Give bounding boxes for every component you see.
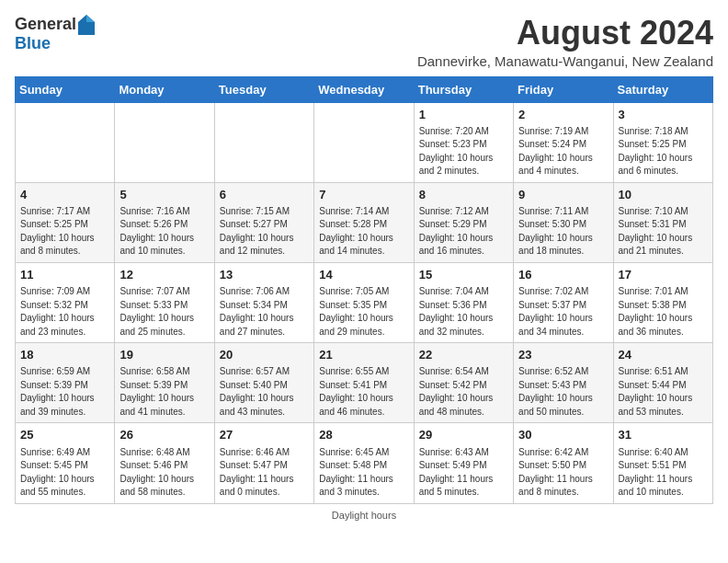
day-number: 21	[319, 347, 408, 363]
calendar-day-cell: 6Sunrise: 7:15 AM Sunset: 5:27 PM Daylig…	[214, 182, 313, 262]
day-number: 23	[518, 347, 608, 363]
calendar-day-cell: 8Sunrise: 7:12 AM Sunset: 5:29 PM Daylig…	[414, 182, 513, 262]
calendar-day-cell: 10Sunrise: 7:10 AM Sunset: 5:31 PM Dayli…	[613, 182, 712, 262]
day-info: Sunrise: 7:11 AM Sunset: 5:30 PM Dayligh…	[518, 205, 608, 259]
calendar-day-cell: 21Sunrise: 6:55 AM Sunset: 5:41 PM Dayli…	[314, 343, 414, 423]
calendar-day-cell: 26Sunrise: 6:48 AM Sunset: 5:46 PM Dayli…	[115, 423, 214, 503]
calendar-day-cell: 11Sunrise: 7:09 AM Sunset: 5:32 PM Dayli…	[16, 262, 115, 342]
day-info: Sunrise: 6:54 AM Sunset: 5:42 PM Dayligh…	[419, 365, 508, 419]
calendar-day-cell: 27Sunrise: 6:46 AM Sunset: 5:47 PM Dayli…	[214, 423, 313, 503]
calendar-day-cell: 23Sunrise: 6:52 AM Sunset: 5:43 PM Dayli…	[514, 343, 613, 423]
day-number: 18	[20, 347, 109, 363]
day-info: Sunrise: 7:15 AM Sunset: 5:27 PM Dayligh…	[220, 205, 309, 259]
footer-note: Daylight hours	[15, 510, 713, 521]
calendar-day-cell: 2Sunrise: 7:19 AM Sunset: 5:24 PM Daylig…	[514, 102, 613, 182]
day-number: 19	[119, 347, 209, 363]
day-number: 6	[220, 187, 309, 203]
day-info: Sunrise: 7:10 AM Sunset: 5:31 PM Dayligh…	[619, 205, 708, 259]
calendar-table: SundayMondayTuesdayWednesdayThursdayFrid…	[15, 76, 713, 504]
day-info: Sunrise: 6:59 AM Sunset: 5:39 PM Dayligh…	[20, 365, 109, 419]
daylight-label: Daylight hours	[332, 510, 396, 521]
calendar-day-cell: 20Sunrise: 6:57 AM Sunset: 5:40 PM Dayli…	[214, 343, 313, 423]
day-info: Sunrise: 6:58 AM Sunset: 5:39 PM Dayligh…	[119, 365, 209, 419]
calendar-week-row: 25Sunrise: 6:49 AM Sunset: 5:45 PM Dayli…	[16, 423, 713, 503]
day-info: Sunrise: 7:06 AM Sunset: 5:34 PM Dayligh…	[220, 285, 309, 339]
day-info: Sunrise: 6:40 AM Sunset: 5:51 PM Dayligh…	[619, 446, 708, 500]
day-number: 14	[319, 267, 408, 283]
day-number: 22	[419, 347, 508, 363]
calendar-weekday-header: Tuesday	[214, 76, 313, 102]
calendar-day-cell: 19Sunrise: 6:58 AM Sunset: 5:39 PM Dayli…	[115, 343, 214, 423]
logo: General Blue	[15, 15, 95, 53]
calendar-day-cell	[115, 102, 214, 182]
day-info: Sunrise: 7:05 AM Sunset: 5:35 PM Dayligh…	[319, 285, 408, 339]
calendar-day-cell: 14Sunrise: 7:05 AM Sunset: 5:35 PM Dayli…	[314, 262, 414, 342]
calendar-day-cell: 22Sunrise: 6:54 AM Sunset: 5:42 PM Dayli…	[414, 343, 513, 423]
location-subtitle: Dannevirke, Manawatu-Wanganui, New Zeala…	[417, 53, 713, 69]
day-info: Sunrise: 7:14 AM Sunset: 5:28 PM Dayligh…	[319, 205, 408, 259]
calendar-day-cell	[16, 102, 115, 182]
calendar-week-row: 1Sunrise: 7:20 AM Sunset: 5:23 PM Daylig…	[16, 102, 713, 182]
calendar-weekday-header: Sunday	[16, 76, 115, 102]
calendar-weekday-header: Thursday	[414, 76, 513, 102]
calendar-day-cell: 3Sunrise: 7:18 AM Sunset: 5:25 PM Daylig…	[613, 102, 712, 182]
calendar-day-cell: 12Sunrise: 7:07 AM Sunset: 5:33 PM Dayli…	[115, 262, 214, 342]
day-number: 16	[518, 267, 608, 283]
calendar-day-cell: 5Sunrise: 7:16 AM Sunset: 5:26 PM Daylig…	[115, 182, 214, 262]
calendar-day-cell: 18Sunrise: 6:59 AM Sunset: 5:39 PM Dayli…	[16, 343, 115, 423]
calendar-weekday-header: Saturday	[613, 76, 712, 102]
logo-general: General	[15, 16, 76, 34]
day-number: 31	[619, 427, 708, 443]
day-info: Sunrise: 7:04 AM Sunset: 5:36 PM Dayligh…	[419, 285, 508, 339]
day-number: 28	[319, 427, 408, 443]
day-number: 3	[619, 107, 708, 123]
day-number: 1	[419, 107, 508, 123]
calendar-day-cell	[314, 102, 414, 182]
title-section: August 2024 Dannevirke, Manawatu-Wanganu…	[417, 15, 713, 69]
day-info: Sunrise: 7:12 AM Sunset: 5:29 PM Dayligh…	[419, 205, 508, 259]
day-info: Sunrise: 6:45 AM Sunset: 5:48 PM Dayligh…	[319, 446, 408, 500]
calendar-day-cell: 1Sunrise: 7:20 AM Sunset: 5:23 PM Daylig…	[414, 102, 513, 182]
day-info: Sunrise: 7:17 AM Sunset: 5:25 PM Dayligh…	[20, 205, 109, 259]
calendar-day-cell: 24Sunrise: 6:51 AM Sunset: 5:44 PM Dayli…	[613, 343, 712, 423]
calendar-weekday-header: Monday	[115, 76, 214, 102]
day-number: 26	[119, 427, 209, 443]
calendar-header-row: SundayMondayTuesdayWednesdayThursdayFrid…	[16, 76, 713, 102]
day-number: 10	[619, 187, 708, 203]
day-number: 24	[619, 347, 708, 363]
calendar-day-cell: 16Sunrise: 7:02 AM Sunset: 5:37 PM Dayli…	[514, 262, 613, 342]
day-number: 15	[419, 267, 508, 283]
day-info: Sunrise: 6:42 AM Sunset: 5:50 PM Dayligh…	[518, 446, 608, 500]
day-number: 30	[518, 427, 608, 443]
day-info: Sunrise: 7:20 AM Sunset: 5:23 PM Dayligh…	[419, 125, 508, 178]
day-number: 5	[119, 187, 209, 203]
day-info: Sunrise: 6:43 AM Sunset: 5:49 PM Dayligh…	[419, 446, 508, 500]
calendar-week-row: 11Sunrise: 7:09 AM Sunset: 5:32 PM Dayli…	[16, 262, 713, 342]
calendar-day-cell: 30Sunrise: 6:42 AM Sunset: 5:50 PM Dayli…	[514, 423, 613, 503]
day-number: 8	[419, 187, 508, 203]
day-info: Sunrise: 7:19 AM Sunset: 5:24 PM Dayligh…	[518, 125, 608, 178]
day-info: Sunrise: 7:07 AM Sunset: 5:33 PM Dayligh…	[119, 285, 209, 339]
calendar-week-row: 4Sunrise: 7:17 AM Sunset: 5:25 PM Daylig…	[16, 182, 713, 262]
day-info: Sunrise: 6:52 AM Sunset: 5:43 PM Dayligh…	[518, 365, 608, 419]
calendar-day-cell: 28Sunrise: 6:45 AM Sunset: 5:48 PM Dayli…	[314, 423, 414, 503]
calendar-day-cell	[214, 102, 313, 182]
day-info: Sunrise: 7:09 AM Sunset: 5:32 PM Dayligh…	[20, 285, 109, 339]
calendar-day-cell: 29Sunrise: 6:43 AM Sunset: 5:49 PM Dayli…	[414, 423, 513, 503]
day-info: Sunrise: 7:18 AM Sunset: 5:25 PM Dayligh…	[619, 125, 708, 178]
day-info: Sunrise: 6:57 AM Sunset: 5:40 PM Dayligh…	[220, 365, 309, 419]
day-number: 29	[419, 427, 508, 443]
day-info: Sunrise: 7:16 AM Sunset: 5:26 PM Dayligh…	[119, 205, 209, 259]
calendar-weekday-header: Wednesday	[314, 76, 414, 102]
day-number: 25	[20, 427, 109, 443]
calendar-day-cell: 13Sunrise: 7:06 AM Sunset: 5:34 PM Dayli…	[214, 262, 313, 342]
day-number: 13	[220, 267, 309, 283]
day-number: 4	[20, 187, 109, 203]
day-number: 7	[319, 187, 408, 203]
calendar-day-cell: 9Sunrise: 7:11 AM Sunset: 5:30 PM Daylig…	[514, 182, 613, 262]
day-info: Sunrise: 6:48 AM Sunset: 5:46 PM Dayligh…	[119, 446, 209, 500]
day-number: 9	[518, 187, 608, 203]
day-info: Sunrise: 6:46 AM Sunset: 5:47 PM Dayligh…	[220, 446, 309, 500]
logo-icon	[78, 15, 95, 35]
logo-blue: Blue	[15, 34, 51, 52]
